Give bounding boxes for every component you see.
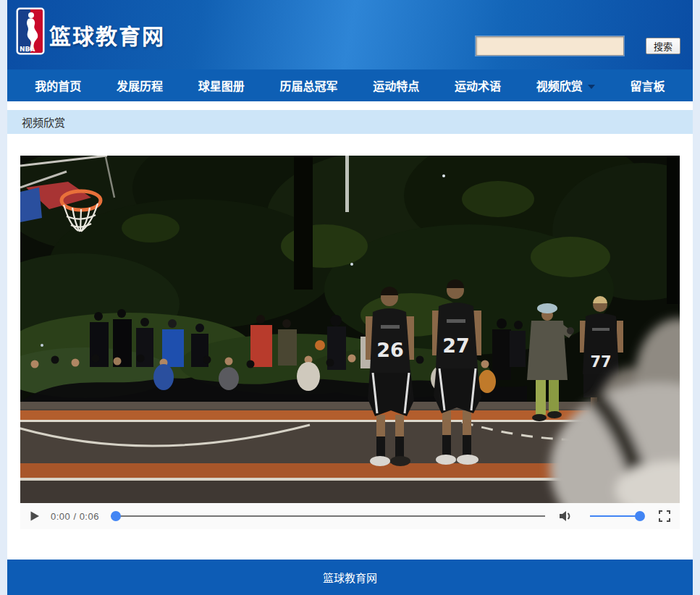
search-button[interactable]: 搜索 [646, 38, 680, 54]
nav-item-label: 留言板 [631, 77, 665, 94]
seek-track [111, 515, 545, 517]
nav-item-star-album[interactable]: 球星图册 [198, 77, 245, 94]
breadcrumb: 视频欣赏 [7, 110, 693, 134]
site-header: NBA 篮球教育网 搜索 [7, 0, 693, 69]
nba-logo-icon: NBA [16, 7, 45, 55]
chevron-down-icon [588, 85, 595, 89]
jersey-number-27: 27 [442, 334, 470, 357]
trees-background [20, 156, 680, 416]
nav-item-champions[interactable]: 历届总冠军 [280, 77, 338, 94]
jersey-number-26: 26 [376, 339, 404, 361]
seek-bar[interactable] [111, 510, 545, 522]
page-title: 视频欣赏 [22, 114, 65, 130]
seek-thumb[interactable] [111, 511, 121, 521]
fullscreen-icon[interactable] [658, 510, 671, 523]
video-controls: 0:00 / 0:06 [20, 503, 680, 529]
nba-logo-text: NBA [20, 46, 35, 53]
nav-item-home[interactable]: 我的首页 [35, 77, 81, 94]
volume-icon[interactable] [558, 510, 573, 523]
nav-item-sport-features[interactable]: 运动特点 [373, 77, 419, 94]
time-display: 0:00 / 0:06 [51, 511, 99, 522]
nav-item-label: 历届总冠军 [280, 77, 338, 94]
nav-item-message-board[interactable]: 留言板 [631, 77, 665, 94]
search-input[interactable] [476, 36, 624, 56]
nav-item-sport-terms[interactable]: 运动术语 [455, 77, 501, 94]
search-area: 搜索 [476, 0, 693, 69]
page-container: NBA 篮球教育网 搜索 我的首页 发展历程 球星图册 历届总冠军 运动特点 运… [7, 0, 693, 595]
footer-text: 篮球教育网 [323, 570, 377, 585]
nav-item-label: 运动术语 [455, 77, 501, 94]
nav-item-label: 发展历程 [117, 77, 163, 94]
nav-item-label: 视频欣赏 [536, 77, 583, 94]
site-title: 篮球教育网 [49, 19, 165, 51]
nav-item-videos[interactable]: 视频欣赏 [536, 77, 595, 94]
video-scene-basketball-court: 26 [20, 156, 680, 503]
nav-item-label: 球星图册 [198, 77, 245, 94]
site-footer: 篮球教育网 [7, 560, 693, 595]
volume-thumb[interactable] [635, 511, 645, 521]
main-content: 26 [7, 156, 693, 529]
jersey-number-77: 77 [590, 353, 611, 371]
play-button[interactable] [29, 510, 41, 522]
nav-item-label: 我的首页 [35, 77, 81, 94]
video-player[interactable]: 26 [20, 156, 680, 529]
nav-item-history[interactable]: 发展历程 [117, 77, 163, 94]
volume-slider[interactable] [590, 510, 642, 522]
nav-item-label: 运动特点 [373, 77, 419, 94]
main-nav: 我的首页 发展历程 球星图册 历届总冠军 运动特点 运动术语 视频欣赏 留言板 [7, 69, 693, 101]
video-frame[interactable]: 26 [20, 156, 680, 503]
